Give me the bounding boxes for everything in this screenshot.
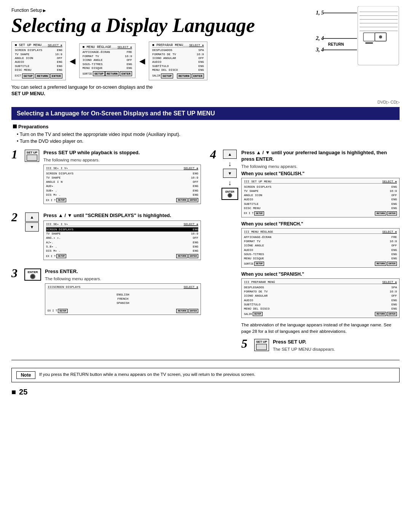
step4-enter-icon: ENTER [221, 188, 238, 200]
enter-icon: ENTER [24, 268, 41, 281]
page: Function Setup ▶ Selecting a Display Lan… [0, 0, 411, 404]
when-english-label: When you select "ENGLISH." [241, 171, 400, 176]
intro-screen-3-header: ■ PREPARAR MENU___ SELECT ✚ [152, 43, 204, 48]
step-1-desc: The following menu appears. [43, 158, 201, 162]
intro-screen-1-header: ■ SET UP MENU___ SELECT ✚ [15, 43, 62, 48]
when-english-screen: III SET UP MENU SELECT ✚ SCREEN DISPLAYS… [241, 178, 400, 217]
note-section: Note If you press the RETURN button whil… [11, 368, 400, 382]
page-number-square: ■ [11, 388, 16, 396]
step-5-title: Press SET UP. [273, 339, 400, 345]
step-1-number: 1 [11, 148, 21, 160]
step-3-icon-group: ENTER [24, 268, 41, 281]
step-4-icon-group: ▲ ↓ ▼ ↓ ENTER [221, 150, 238, 200]
page-number: 25 [19, 388, 27, 396]
dvd-cd-badge: DVD▷ CD▷ [11, 100, 400, 105]
breadcrumb-arrow: ▶ [43, 8, 46, 13]
svg-text:3, 4: 3, 4 [316, 47, 324, 53]
intro-screen-3: ■ PREPARAR MENU___ SELECT ✚ DESPLEGADOSS… [149, 42, 207, 80]
svg-rect-7 [363, 33, 375, 41]
preparations-title: Preparations [13, 124, 398, 129]
step-1-title: Press SET UP while playback is stopped. [43, 150, 201, 156]
step-5-desc: The SET UP MENU disappears. [273, 347, 400, 351]
when-english-section: When you select "ENGLISH." III SET UP ME… [241, 171, 400, 217]
step-2-number: 2 [11, 211, 21, 223]
step-1: 1 SET UP Press SET UP while playback is … [11, 150, 201, 206]
when-spanish-section: When you select "SPANISH." III PREPARAR … [241, 272, 400, 318]
step-5-content: Press SET UP. The SET UP MENU disappears… [273, 339, 400, 354]
step-3-title: Press ENTER. [45, 268, 201, 275]
right-column: 4 ▲ ↓ ▼ ↓ ENTER [210, 150, 400, 358]
remote-svg: 1, 5 2, 4 RETURN 3, 4 [316, 6, 400, 67]
when-french-label: When you select "FRENCH." [241, 221, 400, 227]
down-arrow-button[interactable]: ▼ [25, 222, 39, 232]
step-3: 3 ENTER Press ENTER. The following menu … [11, 268, 201, 317]
svg-text:RETURN: RETURN [328, 42, 344, 46]
abbreviation-note: The abbreviation of the language appears… [241, 322, 400, 335]
step-3-content: Press ENTER. The following menu appears.… [45, 268, 201, 317]
intro-arrow-1: ◀ [70, 56, 75, 66]
when-spanish-label: When you select "SPANISH." [241, 272, 400, 277]
step4-up-button[interactable]: ▲ [223, 150, 237, 159]
prep-square-icon [13, 125, 17, 128]
step-2-title: Press ▲ / ▼ until "SCREEN DISPLAYS" is h… [43, 212, 201, 219]
step-2-screen: III SE• I V• SELECT ✚ SCREEN DISPLAYSENG… [43, 220, 201, 260]
when-spanish-screen: III PREPARAR MENÚ SELECT ✚ DESPLEGADOSSP… [241, 278, 400, 318]
intro-screen-1: ■ SET UP MENU___ SELECT ✚ SCREEN DISPLAY… [11, 42, 66, 80]
step-2: 2 ▲ ▼ Press ▲ / ▼ until "SCREEN DISPLAYS… [11, 212, 201, 262]
prep-item-1: Turn on the TV and select the appropriat… [17, 131, 398, 138]
remote-diagram: 1, 5 2, 4 RETURN 3, 4 [316, 6, 403, 68]
step5-setup-icon: SET UP [254, 339, 269, 351]
intro-screen-2: ■ MENU RÉGLAGE___ SELECT ✚ AFFICHAGE-ÉCR… [79, 43, 135, 78]
setup-icon: SET UP [25, 150, 40, 162]
step-4-content: Press ▲ / ▼ until your preferred languag… [241, 150, 400, 354]
svg-rect-8 [365, 42, 373, 44]
prep-item-2: Turn the DVD video player on. [17, 138, 398, 145]
preparations-list: Turn on the TV and select the appropriat… [13, 131, 398, 145]
description: You can select a preferred language for … [11, 84, 400, 97]
preparations: Preparations Turn on the TV and select t… [11, 124, 400, 145]
step-2-content: Press ▲ / ▼ until "SCREEN DISPLAYS" is h… [43, 212, 201, 262]
svg-rect-0 [358, 6, 399, 65]
section-header: Selecting a Language for On-Screen Displ… [11, 107, 400, 120]
step-1-content: Press SET UP while playback is stopped. … [43, 150, 201, 206]
svg-text:2, 4: 2, 4 [316, 35, 324, 41]
step-3-desc: The following menu appears. [45, 276, 201, 281]
step4-down-button[interactable]: ▼ [223, 169, 237, 178]
step-4-title: Press ▲ / ▼ until your preferred languag… [241, 150, 400, 163]
step-1-icon-group: SET UP [24, 150, 40, 162]
step-3-number: 3 [11, 267, 21, 279]
note-label: Note [16, 371, 35, 379]
step-4-desc: The following menu appears. [241, 164, 400, 169]
step-3-screen: IIISCREEN DISPLAYS SELECT ✚ ENGLISH FREN… [45, 283, 201, 315]
down-arrow-2-icon: ↓ [228, 179, 232, 186]
step-2-icon-group: ▲ ▼ [24, 212, 40, 232]
svg-text:1, 5: 1, 5 [316, 10, 324, 16]
note-text: If you press the RETURN button while a m… [39, 371, 255, 377]
step-1-screen: III SE• I V• SELECT ✚ SCREEN DISPLAYSENG… [43, 165, 201, 204]
step-4-number: 4 [210, 148, 219, 160]
left-column: 1 SET UP Press SET UP while playback is … [11, 150, 201, 358]
when-french-screen: III MENU RÉGLAGE SELECT ✚ AFFICHAGE-ÉCRA… [241, 228, 400, 268]
steps-grid: 1 SET UP Press SET UP while playback is … [11, 150, 400, 358]
up-arrow-button[interactable]: ▲ [25, 212, 39, 222]
when-french-section: When you select "FRENCH." III MENU RÉGLA… [241, 221, 400, 268]
down-arrow-icon: ↓ [228, 160, 232, 167]
intro-screen-2-header: ■ MENU RÉGLAGE___ SELECT ✚ [83, 45, 132, 50]
step-4: 4 ▲ ↓ ▼ ↓ ENTER [210, 150, 400, 354]
step-5-number: 5 [241, 337, 250, 350]
intro-arrow-2: ◀ [139, 56, 145, 66]
breadcrumb-text: Function Setup [11, 8, 42, 13]
step-5: 5 SET UP Press SET UP. The SET UP MENU d… [241, 339, 400, 354]
note-divider [11, 360, 400, 360]
page-number-area: ■ 25 [11, 388, 400, 396]
svg-point-10 [379, 35, 382, 38]
